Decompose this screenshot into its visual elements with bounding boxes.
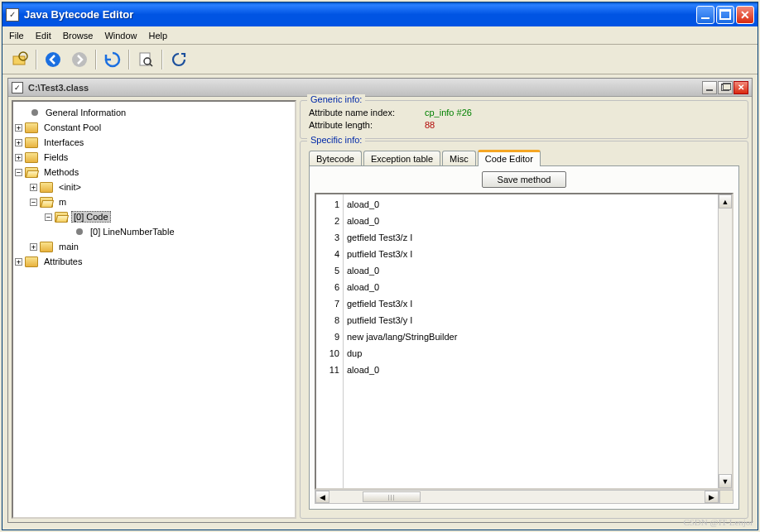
code-lines[interactable]: aload_0aload_0getfield Test3/z Iputfield…	[343, 194, 718, 488]
horizontal-scrollbar[interactable]: ◀ ||| ▶	[315, 490, 719, 504]
bullet-icon	[76, 228, 83, 235]
sub-minimize-button[interactable]	[702, 81, 717, 94]
code-line[interactable]: dup	[347, 345, 714, 362]
tree-label[interactable]: General Information	[43, 107, 128, 118]
tree-label[interactable]: Constant Pool	[41, 122, 103, 133]
generic-info-legend: Generic info:	[307, 94, 365, 104]
code-line[interactable]: aload_0	[347, 213, 714, 229]
back-icon[interactable]	[41, 48, 65, 71]
tree: General Information+Constant Pool+Interf…	[15, 105, 293, 269]
sub-restore-button[interactable]	[718, 81, 733, 94]
code-line[interactable]: aload_0	[347, 262, 714, 279]
tree-row[interactable]: +Constant Pool	[15, 120, 293, 135]
app-icon: ✓	[6, 8, 19, 22]
tree-row[interactable]: +<init>	[15, 180, 293, 194]
menu-file[interactable]: File	[9, 31, 24, 41]
code-line[interactable]: aload_0	[347, 196, 714, 213]
attr-len-label: Attribute length:	[309, 120, 425, 130]
code-line[interactable]: putfield Test3/x I	[347, 246, 714, 262]
tree-row[interactable]: General Information	[15, 105, 293, 120]
tree-row[interactable]: +Fields	[15, 150, 293, 165]
sub-close-button[interactable]: ✕	[734, 81, 748, 94]
tree-label[interactable]: <init>	[56, 181, 84, 193]
tree-label[interactable]: Attributes	[41, 256, 84, 267]
code-editor[interactable]: 1234567891011 aload_0aload_0getfield Tes…	[315, 193, 734, 490]
forward-icon[interactable]	[67, 48, 92, 71]
tree-row[interactable]: −Methods	[15, 165, 293, 180]
expand-icon[interactable]: +	[30, 243, 37, 251]
tab-bytecode[interactable]: Bytecode	[309, 151, 362, 166]
line-number: 4	[320, 246, 339, 262]
tree-label[interactable]: [0] LineNumberTable	[88, 226, 177, 237]
tab-misc[interactable]: Misc	[442, 151, 476, 166]
scroll-up-icon[interactable]: ▲	[719, 194, 732, 208]
tree-panel[interactable]: General Information+Constant Pool+Interf…	[12, 100, 296, 519]
document-subwindow: ✓ C:\Test3.class ✕ General Information+C…	[7, 78, 753, 523]
scroll-thumb[interactable]: |||	[363, 491, 421, 502]
search-file-icon[interactable]	[133, 48, 158, 71]
app-window: ✓ Java Bytecode Editor ✕ File Edit Brows…	[2, 2, 758, 530]
open-file-icon[interactable]	[7, 48, 32, 71]
tree-row[interactable]: −[0] Code	[15, 209, 293, 224]
tree-label[interactable]: main	[56, 241, 81, 252]
line-number: 6	[320, 279, 339, 295]
expand-icon[interactable]: +	[15, 124, 22, 132]
svg-point-3	[72, 52, 87, 67]
expand-icon[interactable]: +	[15, 154, 22, 161]
line-number: 8	[320, 312, 339, 328]
folder-icon	[40, 197, 53, 208]
scroll-left-icon[interactable]: ◀	[315, 491, 329, 503]
vertical-scrollbar[interactable]: ▲ ▼	[718, 194, 732, 488]
save-method-button[interactable]: Save method	[482, 171, 567, 188]
collapse-icon[interactable]: −	[45, 213, 52, 221]
line-number: 10	[320, 345, 339, 362]
bullet-icon	[31, 109, 38, 116]
scroll-corner	[719, 490, 734, 504]
close-button[interactable]: ✕	[736, 6, 754, 24]
code-line[interactable]: getfield Test3/x I	[347, 295, 714, 312]
menu-browse[interactable]: Browse	[63, 31, 94, 41]
expand-icon[interactable]: +	[15, 258, 22, 266]
menu-window[interactable]: Window	[104, 31, 137, 41]
tree-row[interactable]: [0] LineNumberTable	[15, 224, 293, 239]
scroll-down-icon[interactable]: ▼	[719, 474, 732, 488]
tab-code-editor[interactable]: Code Editor	[478, 150, 541, 166]
tree-row[interactable]: +Attributes	[15, 254, 293, 269]
tab-exception-table[interactable]: Exception table	[363, 151, 440, 166]
folder-icon	[25, 152, 38, 163]
svg-point-2	[46, 52, 60, 67]
doc-icon: ✓	[12, 82, 23, 93]
scroll-track[interactable]	[719, 208, 732, 474]
tree-row[interactable]: −m	[15, 194, 293, 209]
refresh-icon[interactable]	[100, 48, 125, 71]
tree-row[interactable]: +Interfaces	[15, 135, 293, 150]
watermark: CSDN @IT-Lenjor	[683, 517, 753, 527]
scroll-right-icon[interactable]: ▶	[705, 491, 719, 503]
attr-len-value: 88	[425, 120, 739, 130]
tree-label[interactable]: [0] Code	[71, 211, 111, 223]
tree-label[interactable]: m	[56, 196, 69, 208]
code-line[interactable]: putfield Test3/y I	[347, 312, 714, 328]
tabpanel-code-editor: Save method 1234567891011 aload_0aload_0…	[309, 165, 739, 510]
code-line[interactable]: new java/lang/StringBuilder	[347, 328, 714, 345]
menu-edit[interactable]: Edit	[36, 31, 51, 41]
code-line[interactable]: getfield Test3/z I	[347, 229, 714, 246]
minimize-button[interactable]	[696, 6, 714, 24]
maximize-button[interactable]	[716, 6, 734, 24]
tree-label[interactable]: Methods	[41, 166, 81, 178]
collapse-icon[interactable]: −	[30, 199, 37, 206]
reload-icon[interactable]	[166, 48, 191, 71]
code-line[interactable]: aload_0	[347, 279, 714, 295]
line-number: 1	[320, 196, 339, 213]
line-number: 11	[320, 362, 339, 378]
tree-label[interactable]: Fields	[41, 151, 70, 163]
folder-icon	[55, 212, 68, 223]
menu-help[interactable]: Help	[149, 31, 168, 41]
folder-icon	[25, 137, 38, 148]
collapse-icon[interactable]: −	[15, 169, 22, 176]
expand-icon[interactable]: +	[15, 139, 22, 146]
tree-label[interactable]: Interfaces	[41, 137, 86, 148]
expand-icon[interactable]: +	[30, 184, 37, 191]
code-line[interactable]: aload_0	[347, 362, 714, 378]
tree-row[interactable]: +main	[15, 239, 293, 254]
